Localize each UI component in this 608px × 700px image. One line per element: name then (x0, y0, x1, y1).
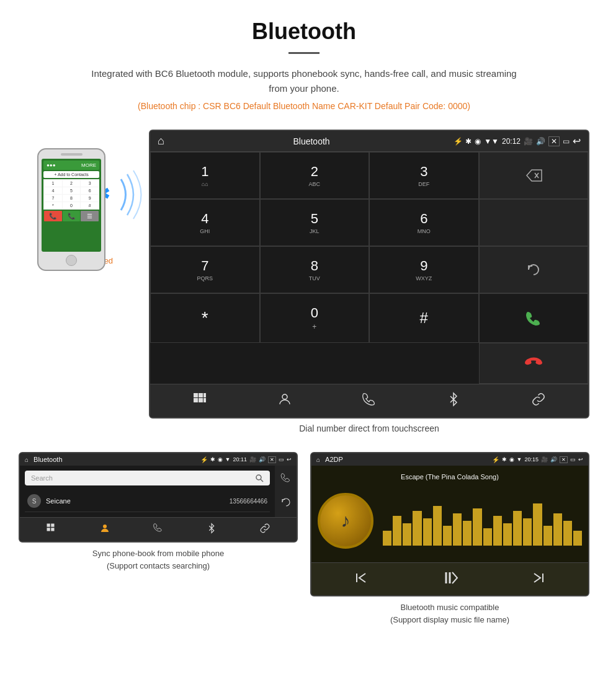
pb-home-icon[interactable]: ⌂ (25, 456, 29, 463)
dial-key-5[interactable]: 5JKL (260, 199, 370, 246)
time-display: 20:12 (502, 137, 521, 146)
contact-row[interactable]: S Seicane 13566664466 (25, 490, 270, 512)
bt-specs: (Bluetooth chip : CSR BC6 Default Blueto… (12, 101, 596, 111)
dial-call-button[interactable] (479, 293, 589, 343)
phonebook-content-area: Search S Seicane 13566664466 (20, 466, 275, 517)
dial-end-button[interactable] (479, 343, 589, 384)
screen-title-dialpad: Bluetooth (169, 136, 454, 146)
phone-speaker (61, 153, 83, 156)
phone-body: ●●● MORE + Add to Contacts 1 2 3 4 5 6 7… (37, 148, 105, 271)
pb-sidebar-refresh-icon[interactable] (280, 497, 292, 510)
svg-line-11 (261, 479, 263, 482)
eq-bar-2 (393, 516, 401, 546)
home-icon[interactable]: ⌂ (158, 135, 164, 148)
music-playpause-button[interactable] (441, 569, 458, 589)
dial-key-hash[interactable]: # (369, 293, 479, 343)
camera-icon[interactable]: 🎥 (524, 137, 533, 146)
pb-camera[interactable]: 🎥 (249, 456, 256, 463)
dial-key-0[interactable]: 0+ (260, 293, 370, 343)
search-bar[interactable]: Search (25, 471, 270, 485)
back-icon[interactable]: ↩ (573, 135, 581, 147)
eq-bar-16 (533, 503, 542, 546)
search-icon[interactable] (255, 474, 264, 482)
bottom-person-icon[interactable] (277, 392, 292, 410)
music-signal: ▼ (517, 456, 522, 463)
person-icon (277, 392, 292, 407)
pb-time: 20:11 (233, 456, 247, 463)
dial-key-8[interactable]: 8TUV (260, 246, 370, 293)
phone-end-btn: 📞 (44, 211, 62, 221)
pb-sidebar-phone-icon[interactable] (280, 472, 292, 486)
dial-key-7[interactable]: 7PQRS (150, 246, 260, 293)
dial-key-3[interactable]: 3DEF (369, 152, 479, 199)
prev-icon (354, 570, 369, 585)
music-screen-item: ⌂ A2DP ⚡ ✱ ◉ ▼ 20:15 🎥 🔊 ✕ ▭ ↩ Escape (T… (310, 452, 589, 626)
music-screen-title: A2DP (325, 456, 490, 463)
pb-screen-title: Bluetooth (34, 456, 198, 463)
svg-rect-12 (47, 524, 50, 527)
music-song-title: Escape (The Pina Colada Song) (318, 473, 582, 481)
contact-name: Seicane (46, 497, 225, 505)
pb-grid-icon (46, 523, 57, 534)
pb-person-icon (99, 523, 110, 534)
phonebook-bottom-bar (20, 517, 297, 541)
pb-phone-icon (153, 523, 164, 534)
refresh-icon (525, 261, 542, 278)
music-location: ◉ (509, 456, 514, 463)
pb-bottom-phone[interactable] (153, 523, 164, 536)
main-content: ✱ ●●● MORE + Add to Contacts (0, 130, 608, 443)
music-volume[interactable]: 🔊 (550, 456, 557, 463)
dial-backspace[interactable] (479, 152, 589, 199)
call-red-icon (525, 355, 542, 372)
bottom-link-icon[interactable] (531, 392, 546, 410)
phonebook-caption: Sync phone-book from mobile phone(Suppor… (19, 547, 298, 572)
music-close[interactable]: ✕ (560, 456, 568, 463)
contact-avatar: S (27, 494, 41, 508)
pb-back[interactable]: ↩ (287, 456, 292, 463)
pb-bottom-grid[interactable] (46, 523, 57, 536)
phone-key-1: 1 (44, 180, 62, 187)
status-icons: ✱ ◉ ▼▼ 20:12 🎥 🔊 ✕ ▭ ↩ (465, 135, 581, 147)
music-next-button[interactable] (531, 570, 546, 588)
eq-bar-11 (483, 528, 492, 546)
window-icon[interactable]: ▭ (563, 137, 570, 146)
phone-mockup-area: ✱ ●●● MORE + Add to Contacts (19, 130, 136, 265)
pb-volume[interactable]: 🔊 (259, 456, 266, 463)
bottom-bluetooth-icon[interactable] (446, 392, 461, 410)
pb-bottom-link[interactable] (259, 523, 270, 536)
music-usb-icon: ⚡ (492, 456, 499, 463)
phone-key-7: 7 (44, 195, 62, 202)
title-divider (288, 52, 320, 54)
dial-key-9[interactable]: 9WXYZ (369, 246, 479, 293)
eq-bar-19 (563, 521, 572, 546)
dial-key-star[interactable]: * (150, 293, 260, 343)
dial-empty-1 (479, 199, 589, 246)
bottom-phone-icon[interactable] (362, 392, 377, 410)
dial-key-6[interactable]: 6MNO (369, 199, 479, 246)
eq-bar-6 (433, 506, 442, 546)
page-description: Integrated with BC6 Bluetooth module, su… (87, 66, 521, 96)
pb-link-icon (259, 523, 270, 534)
music-back[interactable]: ↩ (578, 456, 583, 463)
pb-close[interactable]: ✕ (268, 456, 276, 463)
music-window[interactable]: ▭ (570, 456, 576, 463)
volume-icon[interactable]: 🔊 (536, 137, 545, 146)
dial-key-2[interactable]: 2ABC (260, 152, 370, 199)
svg-rect-7 (199, 398, 203, 402)
eq-bar-15 (523, 518, 532, 546)
music-camera[interactable]: 🎥 (541, 456, 548, 463)
phone-key-5: 5 (63, 187, 81, 194)
phone-home-area (42, 255, 101, 266)
music-prev-button[interactable] (354, 570, 369, 588)
close-icon[interactable]: ✕ (548, 136, 560, 146)
pb-bottom-bluetooth[interactable] (206, 523, 217, 536)
eq-bar-18 (553, 513, 562, 546)
phone-key-2: 2 (63, 180, 81, 187)
bt-status-icon: ✱ (465, 137, 472, 146)
pb-window[interactable]: ▭ (279, 456, 284, 463)
eq-bar-3 (403, 523, 411, 546)
pb-bottom-person[interactable] (99, 523, 110, 536)
music-home-icon[interactable]: ⌂ (316, 456, 320, 463)
dial-refresh[interactable] (479, 246, 589, 293)
bottom-grid-icon[interactable] (192, 392, 207, 410)
